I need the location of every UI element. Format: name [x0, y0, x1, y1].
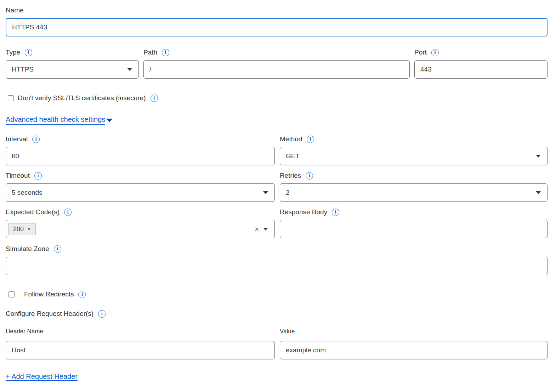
verify-ssl-row: Don't verify SSL/TLS certificates (insec… [6, 94, 548, 102]
type-label-text: Type [6, 49, 20, 56]
retries-field: Retries i 2 [280, 172, 548, 202]
timeout-label-text: Timeout [6, 172, 30, 180]
expected-codes-field: Expected Code(s) i 200 × × [6, 208, 275, 238]
path-input[interactable] [143, 60, 410, 79]
header-name-label: Header Name [6, 328, 275, 335]
info-icon[interactable]: i [431, 49, 439, 56]
method-select[interactable]: GET [280, 147, 548, 165]
info-icon[interactable]: i [332, 209, 339, 216]
header-value-label: Value [280, 328, 548, 335]
expected-codes-multiselect[interactable]: 200 × × [6, 220, 275, 238]
follow-redirects-label-text: Follow Redirects [24, 290, 74, 298]
advanced-settings-link-text: Advanced health check settings [6, 115, 105, 125]
remove-tag-icon[interactable]: × [27, 226, 31, 233]
header-name-input[interactable] [6, 341, 275, 359]
chevron-down-icon [127, 68, 132, 71]
info-icon[interactable]: i [25, 49, 32, 56]
port-label-text: Port [414, 49, 427, 56]
response-body-input[interactable] [280, 220, 548, 238]
info-icon[interactable]: i [54, 245, 61, 253]
timeout-field: Timeout i 5 seconds [6, 172, 275, 202]
info-icon[interactable]: i [78, 291, 86, 298]
name-label-text: Name [6, 6, 24, 14]
path-label-text: Path [143, 49, 157, 56]
path-field: Path i [143, 49, 410, 79]
request-headers-section-label: Configure Request Header(s) i [6, 310, 548, 318]
type-select[interactable]: HTTPS [6, 60, 139, 79]
chevron-down-icon [263, 191, 268, 194]
info-icon[interactable]: i [306, 172, 313, 180]
info-icon[interactable]: i [64, 209, 72, 216]
request-headers-label-text: Configure Request Header(s) [6, 310, 93, 318]
expected-codes-label: Expected Code(s) i [6, 208, 275, 216]
info-icon[interactable]: i [98, 310, 106, 318]
advanced-settings-link[interactable]: Advanced health check settings [6, 115, 113, 125]
advanced-fields-grid: Interval i Method i GET Timeout i 5 seco… [6, 135, 548, 238]
info-icon[interactable]: i [34, 172, 42, 180]
interval-label-text: Interval [6, 135, 28, 143]
clear-all-icon[interactable]: × [255, 226, 259, 233]
simulate-zone-label: Simulate Zone i [6, 245, 548, 253]
response-body-label: Response Body i [280, 208, 548, 216]
chevron-down-icon [263, 228, 268, 231]
port-label: Port i [414, 49, 548, 56]
port-field: Port i [414, 49, 548, 79]
header-name-label-text: Header Name [6, 328, 43, 335]
simulate-zone-label-text: Simulate Zone [6, 245, 49, 253]
method-label-text: Method [280, 135, 302, 143]
chevron-down-icon [536, 191, 541, 194]
follow-redirects-label: Follow Redirects i [24, 290, 86, 298]
request-header-row: Header Name Value [6, 328, 548, 359]
retries-select[interactable]: 2 [280, 183, 548, 202]
info-icon[interactable]: i [151, 95, 158, 102]
name-label: Name [6, 6, 548, 14]
bottom-divider [6, 388, 556, 388]
timeout-select[interactable]: 5 seconds [6, 183, 275, 202]
simulate-zone-input[interactable] [6, 257, 548, 275]
response-body-field: Response Body i [280, 208, 548, 238]
name-input[interactable] [6, 18, 548, 36]
type-label: Type i [6, 49, 139, 56]
interval-field: Interval i [6, 135, 275, 165]
verify-ssl-label: Don't verify SSL/TLS certificates (insec… [18, 94, 158, 102]
header-name-field: Header Name [6, 328, 275, 359]
path-label: Path i [143, 49, 410, 56]
method-select-value: GET [286, 152, 300, 160]
verify-ssl-label-text: Don't verify SSL/TLS certificates (insec… [18, 94, 146, 102]
header-value-input[interactable] [280, 341, 548, 359]
retries-select-value: 2 [286, 189, 290, 197]
follow-redirects-checkbox[interactable] [8, 291, 15, 297]
port-input[interactable] [414, 60, 548, 79]
response-body-label-text: Response Body [280, 208, 327, 216]
expected-codes-label-text: Expected Code(s) [6, 208, 59, 216]
expected-code-tag: 200 × [8, 223, 36, 235]
retries-label-text: Retries [280, 172, 301, 180]
add-request-header-link-text: + Add Request Header [6, 373, 78, 381]
type-path-port-row: Type i HTTPS Path i Port i [6, 49, 548, 79]
info-icon[interactable]: i [162, 49, 169, 56]
header-value-field: Value [280, 328, 548, 359]
type-select-value: HTTPS [12, 66, 34, 73]
type-field: Type i HTTPS [6, 49, 139, 79]
method-label: Method i [280, 135, 548, 143]
follow-redirects-row: Follow Redirects i [6, 290, 548, 298]
info-icon[interactable]: i [32, 136, 40, 143]
expected-code-tag-text: 200 [13, 226, 24, 233]
simulate-zone-field: Simulate Zone i [6, 245, 548, 275]
interval-label: Interval i [6, 135, 275, 143]
timeout-select-value: 5 seconds [12, 189, 42, 197]
verify-ssl-checkbox[interactable] [8, 95, 14, 101]
chevron-down-icon [536, 155, 541, 158]
add-request-header-link[interactable]: + Add Request Header [6, 372, 78, 381]
interval-input[interactable] [6, 147, 275, 165]
timeout-label: Timeout i [6, 172, 275, 180]
header-value-label-text: Value [280, 328, 295, 335]
health-check-form: Name Type i HTTPS Path i Port i [0, 0, 556, 388]
method-field: Method i GET [280, 135, 548, 165]
chevron-down-icon [106, 119, 113, 122]
retries-label: Retries i [280, 172, 548, 180]
info-icon[interactable]: i [307, 136, 314, 143]
